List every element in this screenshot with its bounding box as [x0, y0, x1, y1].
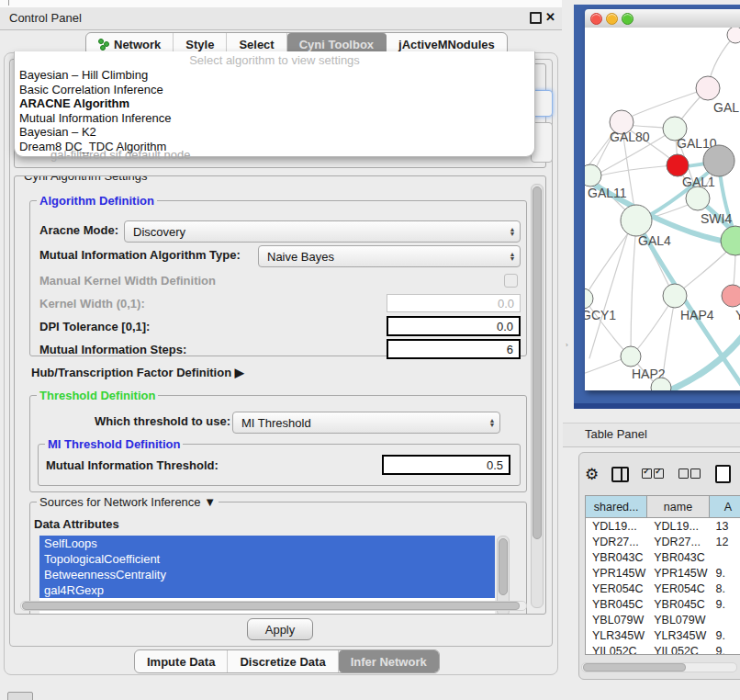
- network-edge[interactable]: [677, 244, 734, 294]
- tab-infer-network[interactable]: Infer Network: [339, 650, 439, 672]
- table-row[interactable]: YIL052CYIL052C9.: [586, 643, 740, 654]
- tab-label: Network: [114, 38, 161, 51]
- network-node-gal4[interactable]: [621, 205, 652, 236]
- apply-button[interactable]: Apply: [247, 618, 313, 640]
- column-header[interactable]: name: [647, 496, 709, 517]
- network-node[interactable]: [727, 28, 740, 43]
- attribute-item[interactable]: gal4RGexp: [39, 582, 495, 598]
- which-threshold-value: MI Threshold: [233, 416, 485, 430]
- table-panel-title: Table Panel: [585, 427, 647, 441]
- network-edge[interactable]: [623, 88, 708, 120]
- table-cell: 9.: [709, 596, 740, 612]
- node-label: GAL: [713, 100, 739, 115]
- network-node-gal[interactable]: [696, 76, 720, 100]
- expand-arrow-right-icon[interactable]: ▶: [235, 366, 244, 379]
- kernel-width-field[interactable]: 0.0: [387, 294, 521, 312]
- table-cell: YER054C: [586, 581, 647, 596]
- deselect-all-icon[interactable]: [678, 468, 702, 481]
- cyni-settings-title: Cyni Algorithm Settings: [21, 175, 150, 183]
- tab-label: jActiveMNodules: [398, 38, 495, 51]
- split-columns-icon[interactable]: [611, 467, 629, 482]
- network-combo-text: gal-filtered.sif default node: [50, 148, 190, 162]
- mi-type-combo[interactable]: Naive Bayes ▲▼: [258, 245, 521, 267]
- table-row[interactable]: YBL079WYBL079W: [586, 612, 740, 627]
- network-edge[interactable]: [592, 165, 676, 177]
- gear-icon[interactable]: ⚙: [585, 465, 599, 484]
- dropdown-item[interactable]: Bayesian – Hill Climbing: [15, 68, 534, 83]
- column-header[interactable]: A: [710, 496, 740, 517]
- dpi-tolerance-field[interactable]: 0.0: [387, 316, 521, 336]
- hub-definition-label[interactable]: Hub/Transcription Factor Definition ▶: [31, 366, 244, 379]
- close-traffic-icon[interactable]: [590, 13, 602, 25]
- mi-threshold-field[interactable]: 0.5: [382, 455, 510, 475]
- float-window-icon[interactable]: [530, 12, 542, 24]
- network-node[interactable]: [721, 226, 740, 255]
- table-header-row: shared...nameA: [586, 496, 740, 518]
- tab-impute-data[interactable]: Impute Data: [135, 650, 228, 672]
- network-edge[interactable]: [631, 224, 636, 355]
- network-node[interactable]: [703, 145, 734, 176]
- kernel-width-label: Kernel Width (0,1):: [39, 297, 145, 310]
- manual-kernel-label: Manual Kernel Width Definition: [39, 274, 216, 288]
- node-label: GAL4: [638, 233, 671, 248]
- attribute-item[interactable]: SelfLoops: [39, 536, 495, 551]
- table-cell: YDR27...: [586, 534, 647, 549]
- network-node-gcy1[interactable]: [585, 288, 593, 309]
- collapse-arrow-down-icon[interactable]: ▼: [204, 495, 216, 509]
- table-panel: ⚙ shared...nameA YDL19...YDL19...13YDR27…: [578, 452, 740, 680]
- dropdown-item[interactable]: ARACNE Algorithm: [15, 96, 534, 111]
- network-node-hap4[interactable]: [663, 284, 687, 308]
- corner-mini-button[interactable]: [7, 692, 33, 700]
- split-pane-handle[interactable]: ›: [566, 342, 570, 349]
- table-row[interactable]: YPR145WYPR145W9.: [586, 565, 740, 581]
- file-icon[interactable]: [715, 465, 731, 483]
- network-edge[interactable]: [589, 224, 631, 358]
- table-row[interactable]: YLR345WYLR345W9.: [586, 627, 740, 643]
- network-node-gal1[interactable]: [667, 154, 689, 176]
- table-cell: YPR145W: [586, 565, 647, 581]
- table-row[interactable]: YDL19...YDL19...13: [586, 518, 740, 534]
- dropdown-item[interactable]: Mutual Information Inference: [15, 111, 534, 126]
- table-row[interactable]: YER054CYER054C8.: [586, 581, 740, 596]
- network-node-gal11[interactable]: [585, 164, 601, 186]
- minimize-traffic-icon[interactable]: [606, 13, 618, 25]
- table-row[interactable]: YBR043CYBR043C: [586, 549, 740, 565]
- mi-threshold-label: Mutual Information Threshold:: [46, 458, 219, 472]
- dropdown-item[interactable]: Bayesian – K2: [15, 125, 534, 140]
- network-window-frame: GALGAL80GAL10GAL1SWI4GAL11GAL4GCY1HAP4YH…: [574, 5, 740, 409]
- table-horizontal-scrollbar[interactable]: [581, 662, 737, 672]
- mi-threshold-group-title: MI Threshold Definition: [45, 437, 183, 451]
- network-canvas[interactable]: GALGAL80GAL10GAL1SWI4GAL11GAL4GCY1HAP4YH…: [585, 28, 740, 390]
- network-node-hap2[interactable]: [621, 346, 641, 367]
- settings-vertical-scrollbar[interactable]: [531, 184, 544, 608]
- network-node-y[interactable]: [722, 285, 740, 307]
- table-row[interactable]: YBR045CYBR045C9.: [586, 596, 740, 612]
- tab-discretize-data[interactable]: Discretize Data: [228, 650, 338, 672]
- sources-title[interactable]: Sources for Network Inference ▼: [37, 495, 219, 509]
- table-cell: YLR345W: [586, 627, 647, 643]
- column-header[interactable]: shared...: [586, 496, 647, 517]
- mi-steps-field[interactable]: 6: [387, 339, 521, 359]
- table-cell: YIL052C: [647, 643, 709, 654]
- table-cell: [709, 612, 740, 627]
- which-threshold-combo[interactable]: MI Threshold ▲▼: [232, 412, 500, 434]
- close-icon[interactable]: ✕: [545, 10, 555, 24]
- node-label: HAP4: [680, 308, 714, 322]
- settings-horizontal-scrollbar[interactable]: [20, 601, 527, 611]
- tab-label: Discretize Data: [240, 655, 325, 669]
- manual-kernel-checkbox[interactable]: [504, 274, 518, 288]
- table-row[interactable]: YDR27...YDR27...12: [586, 534, 740, 549]
- zoom-traffic-icon[interactable]: [622, 13, 633, 25]
- attribute-item[interactable]: TopologicalCoefficient: [39, 551, 495, 567]
- aracne-mode-combo[interactable]: Discovery ▲▼: [124, 220, 521, 243]
- select-all-icon[interactable]: [642, 468, 666, 481]
- network-edge[interactable]: [658, 329, 740, 390]
- network-node-swi4[interactable]: [686, 186, 710, 210]
- dropdown-items: Bayesian – Hill ClimbingBasic Correlatio…: [15, 68, 534, 153]
- network-window-titlebar[interactable]: [585, 9, 740, 28]
- network-window: GALGAL80GAL10GAL1SWI4GAL11GAL4GCY1HAP4YH…: [585, 9, 740, 390]
- tab-label: Select: [239, 38, 274, 51]
- attribute-item[interactable]: BetweennessCentrality: [39, 567, 495, 582]
- dropdown-item[interactable]: Basic Correlation Inference: [15, 83, 534, 97]
- combo-spinner-icon: ▲▼: [505, 227, 520, 236]
